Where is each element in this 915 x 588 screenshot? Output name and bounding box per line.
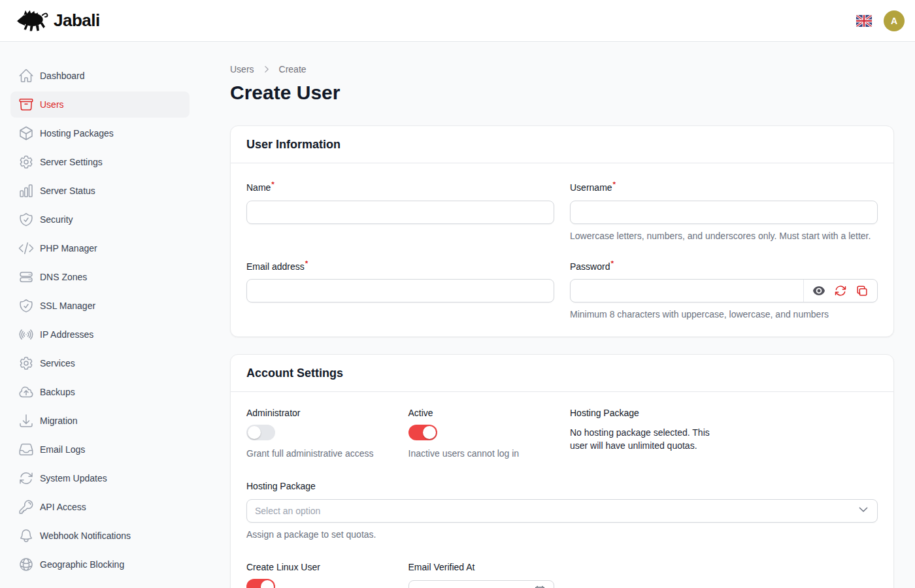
regenerate-icon[interactable] xyxy=(834,284,847,297)
create-linux-user-toggle[interactable] xyxy=(246,579,275,588)
sidebar-item-system-updates[interactable]: System Updates xyxy=(10,465,190,491)
sidebar-item-api-access[interactable]: API Access xyxy=(10,494,190,520)
create-linux-user-field: Create Linux User xyxy=(246,562,393,588)
password-helper: Minimum 8 characters with uppercase, low… xyxy=(570,308,878,321)
sidebar-item-webhook-notifications[interactable]: Webhook Notifications xyxy=(10,523,190,549)
username-field: Username* Lowercase letters, numbers, an… xyxy=(570,179,878,242)
email-verified-at-field: Email Verified At dd/mm/yyyy xyxy=(408,562,555,588)
sidebar-item-label: Email Logs xyxy=(40,444,85,455)
email-verified-at-input[interactable]: dd/mm/yyyy xyxy=(408,580,555,588)
hosting-package-select[interactable]: Select an option xyxy=(246,499,878,523)
bar-chart-icon xyxy=(18,183,34,199)
brand-logo[interactable]: Jabali xyxy=(16,7,100,35)
required-asterisk: * xyxy=(610,259,614,267)
globe-icon xyxy=(18,557,34,572)
main-content: Users Create Create User User Informatio… xyxy=(199,42,915,588)
name-input[interactable] xyxy=(246,201,554,224)
sidebar-item-label: Geographic Blocking xyxy=(40,559,124,570)
required-asterisk: * xyxy=(305,259,308,267)
sidebar-item-email-logs[interactable]: Email Logs xyxy=(10,436,190,463)
sidebar: Dashboard Users Hosting Packages Server … xyxy=(0,42,199,588)
email-field: Email address* xyxy=(246,258,554,321)
signal-icon xyxy=(18,327,34,342)
password-field: Password* xyxy=(570,258,878,321)
language-switcher-uk-flag-icon[interactable] xyxy=(856,15,872,27)
required-asterisk: * xyxy=(271,180,274,188)
select-placeholder: Select an option xyxy=(255,506,320,516)
server-stack-icon xyxy=(18,269,34,285)
sidebar-item-hosting-packages[interactable]: Hosting Packages xyxy=(10,120,190,146)
sidebar-item-services[interactable]: Services xyxy=(10,350,190,376)
bell-icon xyxy=(18,528,34,544)
sidebar-item-label: PHP Manager xyxy=(40,243,97,253)
top-header: Jabali A xyxy=(0,0,915,42)
sidebar-item-server-status[interactable]: Server Status xyxy=(10,178,190,204)
copy-icon[interactable] xyxy=(856,284,869,297)
sidebar-item-php-manager[interactable]: PHP Manager xyxy=(10,235,190,261)
hosting-package-summary-text: No hosting package selected. This user w… xyxy=(570,426,716,452)
active-helper: Inactive users cannot log in xyxy=(408,447,555,460)
name-label: Name xyxy=(246,182,271,193)
sidebar-item-server-settings[interactable]: Server Settings xyxy=(10,149,190,175)
required-asterisk: * xyxy=(613,180,616,188)
sidebar-item-label: DNS Zones xyxy=(40,272,87,282)
breadcrumb-users[interactable]: Users xyxy=(230,64,254,74)
username-helper: Lowercase letters, numbers, and undersco… xyxy=(570,229,878,242)
sidebar-item-label: Backups xyxy=(40,387,75,397)
chevron-down-icon xyxy=(857,504,869,518)
sidebar-item-label: IP Addresses xyxy=(40,329,93,340)
hosting-package-helper: Assign a package to set quotas. xyxy=(246,528,878,541)
shield-check-icon xyxy=(18,298,34,314)
sidebar-item-migration[interactable]: Migration xyxy=(10,408,190,434)
account-settings-section: Account Settings Administrator Grant ful… xyxy=(230,354,894,588)
sidebar-item-label: SSL Manager xyxy=(40,301,95,311)
username-label: Username xyxy=(570,182,612,193)
sidebar-item-label: Dashboard xyxy=(40,71,85,81)
arrow-path-icon xyxy=(18,470,34,486)
arrow-down-tray-icon xyxy=(18,413,34,429)
section-title: Account Settings xyxy=(246,365,878,381)
sidebar-nav: Dashboard Users Hosting Packages Server … xyxy=(10,63,190,578)
email-verified-at-label: Email Verified At xyxy=(408,562,555,572)
page-title: Create User xyxy=(230,81,894,105)
username-input[interactable] xyxy=(570,201,878,224)
sidebar-item-label: System Updates xyxy=(40,473,107,483)
sidebar-item-backups[interactable]: Backups xyxy=(10,379,190,405)
administrator-helper: Grant full administrative access xyxy=(246,447,393,460)
user-avatar[interactable]: A xyxy=(884,10,905,31)
administrator-toggle[interactable] xyxy=(246,425,275,440)
home-icon xyxy=(18,68,34,84)
breadcrumb: Users Create xyxy=(230,64,894,74)
sidebar-item-dashboard[interactable]: Dashboard xyxy=(10,63,190,89)
active-toggle[interactable] xyxy=(408,425,437,440)
hosting-package-label: Hosting Package xyxy=(246,481,878,491)
sidebar-item-label: Server Status xyxy=(40,186,95,196)
chevron-right-icon xyxy=(262,65,271,74)
hosting-package-summary: Hosting Package No hosting package selec… xyxy=(570,408,716,460)
eye-icon[interactable] xyxy=(812,284,825,297)
sidebar-item-security[interactable]: Security xyxy=(10,206,190,233)
name-field: Name* xyxy=(246,179,554,242)
hosting-package-summary-label: Hosting Package xyxy=(570,408,716,418)
calendar-icon xyxy=(534,585,546,588)
sidebar-item-label: Migration xyxy=(40,416,78,426)
sidebar-item-label: Security xyxy=(40,214,73,225)
sidebar-item-geographic-blocking[interactable]: Geographic Blocking xyxy=(10,551,190,578)
sidebar-item-label: Services xyxy=(40,358,75,368)
shield-check-icon xyxy=(18,212,34,227)
sidebar-item-label: API Access xyxy=(40,502,86,512)
sidebar-item-ip-addresses[interactable]: IP Addresses xyxy=(10,321,190,348)
gear-icon xyxy=(18,154,34,170)
email-input[interactable] xyxy=(246,279,554,302)
sidebar-item-label: Users xyxy=(40,99,64,110)
section-title: User Information xyxy=(246,137,878,152)
brand-name: Jabali xyxy=(54,10,100,31)
sidebar-item-ssl-manager[interactable]: SSL Manager xyxy=(10,293,190,319)
cloud-arrow-up-icon xyxy=(18,384,34,400)
active-label: Active xyxy=(408,408,555,418)
key-icon xyxy=(18,499,34,515)
sidebar-item-dns-zones[interactable]: DNS Zones xyxy=(10,264,190,290)
user-information-section: User Information Name* Username* Lowerca… xyxy=(230,125,894,337)
code-bracket-icon xyxy=(18,240,34,256)
sidebar-item-users[interactable]: Users xyxy=(10,91,190,118)
